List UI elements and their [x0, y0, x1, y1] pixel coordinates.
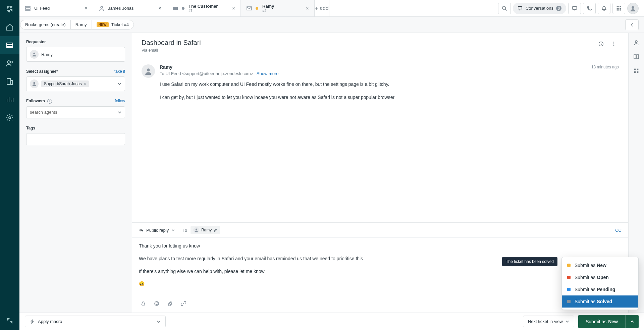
- next-ticket-button[interactable]: Next ticket in view: [523, 316, 574, 327]
- conversations-button[interactable]: Conversations 0: [513, 3, 566, 14]
- status-option-pending[interactable]: Submit as Pending: [562, 283, 638, 295]
- bottom-action-bar: Apply macro Next ticket in view Submit a…: [0, 313, 644, 330]
- assignee-chip-label: Support/Sarah Jonas: [44, 81, 82, 86]
- bell-icon[interactable]: [598, 3, 610, 14]
- nav-admin[interactable]: [0, 109, 19, 127]
- status-option-open[interactable]: Submit as Open: [562, 271, 638, 283]
- phone-icon[interactable]: [583, 3, 596, 14]
- status-dot-pending: [567, 288, 571, 291]
- next-ticket-label: Next ticket in view: [528, 319, 563, 324]
- nav-home[interactable]: [0, 18, 19, 36]
- apps-icon[interactable]: [612, 3, 625, 14]
- link-icon[interactable]: [179, 299, 188, 308]
- svg-point-35: [156, 302, 156, 303]
- followers-input[interactable]: [26, 106, 125, 118]
- reply-textarea[interactable]: Thank you for letting us know We have pl…: [132, 238, 628, 296]
- svg-rect-41: [637, 71, 639, 73]
- sender-avatar[interactable]: [142, 64, 155, 78]
- status-option-solved[interactable]: Submit as Solved: [562, 295, 638, 308]
- cc-link[interactable]: CC: [615, 228, 622, 233]
- reply-editor: Public reply To Ramy CC Thank you for le…: [132, 222, 628, 313]
- more-vertical-icon[interactable]: [609, 39, 619, 49]
- info-icon[interactable]: i: [47, 99, 52, 104]
- close-icon[interactable]: ×: [232, 5, 235, 11]
- svg-rect-12: [173, 7, 178, 10]
- views-icon: [25, 5, 31, 11]
- svg-rect-21: [618, 8, 619, 9]
- recipient-chip[interactable]: Ramy: [191, 226, 220, 234]
- history-icon[interactable]: [596, 39, 606, 49]
- apps-panel-icon[interactable]: [631, 66, 641, 76]
- search-button[interactable]: [498, 3, 511, 14]
- tab-ramy[interactable]: Ramy #4 ×: [241, 0, 315, 16]
- nav-views[interactable]: [0, 36, 19, 54]
- reply-type-label: Public reply: [146, 228, 169, 233]
- remove-assignee-icon[interactable]: ×: [84, 81, 86, 86]
- chevron-down-icon: [118, 110, 121, 114]
- attachment-icon[interactable]: [166, 299, 174, 308]
- sender-name[interactable]: Ramy: [160, 64, 172, 70]
- svg-rect-8: [25, 6, 30, 7]
- conversations-count: 0: [556, 6, 561, 11]
- svg-point-33: [196, 229, 197, 230]
- apply-macro-button[interactable]: Apply macro: [25, 316, 166, 327]
- svg-rect-18: [618, 6, 619, 7]
- svg-point-28: [33, 82, 35, 84]
- person-icon: [30, 79, 39, 88]
- nav-bottom-brand[interactable]: [0, 312, 19, 330]
- emoji-icon[interactable]: [152, 299, 161, 308]
- svg-rect-13: [247, 7, 252, 10]
- close-icon[interactable]: ×: [158, 5, 161, 11]
- nav-org[interactable]: [0, 72, 19, 91]
- status-menu: Submit as New Submit as Open Submit as P…: [561, 257, 639, 310]
- svg-rect-22: [620, 8, 621, 9]
- chat-icon[interactable]: [568, 3, 581, 14]
- crumb-requester[interactable]: Ramy: [70, 20, 92, 30]
- edit-icon[interactable]: [214, 228, 217, 232]
- crumb-org[interactable]: Rocketgems (create): [20, 20, 70, 30]
- tab-james[interactable]: James Jonas ×: [93, 0, 167, 16]
- tab-label: Ramy: [262, 4, 274, 9]
- format-text-icon[interactable]: [139, 299, 148, 308]
- followers-search[interactable]: [30, 110, 115, 115]
- tags-label: Tags: [26, 126, 125, 130]
- svg-point-32: [147, 68, 150, 71]
- svg-point-29: [613, 42, 614, 43]
- nav-brand[interactable]: [0, 0, 19, 18]
- reply-type-select[interactable]: Public reply: [139, 228, 179, 233]
- svg-rect-1: [7, 45, 13, 46]
- svg-point-31: [613, 45, 614, 46]
- tab-sub: #1: [189, 9, 218, 13]
- nav-reporting[interactable]: [0, 91, 19, 109]
- add-tab-button[interactable]: + add: [315, 0, 329, 16]
- svg-rect-10: [25, 10, 30, 10]
- field-followers: Followers i follow: [26, 99, 125, 118]
- assignee-select[interactable]: Support/Sarah Jonas ×: [26, 76, 125, 91]
- add-label: add: [320, 5, 329, 11]
- profprofile-avatar[interactable]: [627, 3, 639, 14]
- user-icon: [99, 5, 105, 11]
- requester-input[interactable]: Ramy: [26, 47, 125, 62]
- to-line-text: To UI Feed <support@uifeedhelp.zendesk.c…: [160, 71, 253, 76]
- status-option-new[interactable]: Submit as New: [562, 259, 638, 271]
- svg-rect-38: [634, 69, 636, 70]
- close-icon[interactable]: ×: [85, 5, 88, 11]
- close-icon[interactable]: ×: [306, 5, 309, 11]
- take-it-link[interactable]: take it: [114, 69, 125, 74]
- crumb-ticket[interactable]: NEW Ticket #4: [92, 20, 134, 30]
- assignee-chip: Support/Sarah Jonas ×: [41, 80, 89, 87]
- nav-customers[interactable]: [0, 54, 19, 72]
- tags-input[interactable]: [26, 133, 125, 145]
- user-panel-icon[interactable]: [631, 38, 641, 48]
- svg-rect-5: [7, 78, 10, 85]
- svg-rect-20: [617, 8, 618, 9]
- follow-link[interactable]: follow: [115, 99, 125, 103]
- submit-main-button[interactable]: Submit as New: [578, 315, 625, 328]
- tab-ui-feed[interactable]: UI Feed ×: [19, 0, 93, 16]
- submit-caret-button[interactable]: [625, 315, 639, 328]
- expand-panel-button[interactable]: [625, 19, 639, 30]
- message-paragraph: I can get by, but I just wanted to let y…: [160, 94, 619, 101]
- tab-customer[interactable]: The Customer #1 ×: [167, 0, 241, 16]
- knowledge-icon[interactable]: [631, 52, 641, 62]
- show-more-link[interactable]: Show more: [257, 71, 279, 76]
